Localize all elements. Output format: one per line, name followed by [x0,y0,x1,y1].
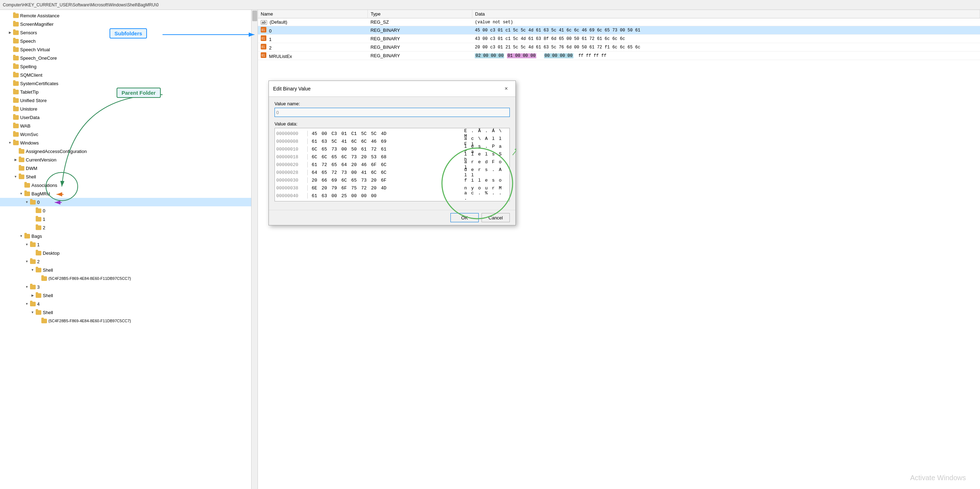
main-container: Subfolders Parent Folder [0,10,980,489]
folder-icon [13,64,19,69]
dialog-buttons: OK Cancel [269,210,515,225]
tree-item[interactable]: WcmSvc [0,130,258,139]
tree-item[interactable]: ▶ Shell [0,291,258,299]
table-row[interactable]: ab (Default) REG_SZ (value not set) [258,18,980,26]
tree-item[interactable]: ▼ Shell [0,308,258,317]
table-row[interactable]: 01 0 REG_BINARY 45 00 c3 01 c1 5c 5c 4d … [258,26,980,35]
tree-item[interactable]: Remote Assistance [0,11,258,20]
ok-button[interactable]: OK [450,213,479,222]
reg-table: Name Type Data ab (Default) REG_SZ (valu… [258,10,980,60]
tree-item-bagmru-0[interactable]: ▼ 0 [0,198,258,206]
folder-icon [13,140,19,146]
dialog-body: Value name: Value data: 00000000 45 00 C… [269,97,515,210]
svg-text:01: 01 [261,54,265,57]
cancel-button[interactable]: Cancel [482,213,510,222]
tree-item[interactable]: ▼ 2 [0,257,258,266]
folder-icon [24,191,30,196]
tree-item[interactable]: 0 [0,206,258,215]
value-name-label: Value name: [275,101,510,106]
folder-icon [13,47,19,52]
ab-icon: ab [261,20,267,25]
tree-item[interactable]: ▼ 4 [0,299,258,308]
table-row[interactable]: 01 MRUListEx REG_BINARY 02 00 00 00 01 0… [258,52,980,60]
folder-icon [24,182,30,188]
tree-item[interactable]: ScreenMagnifier [0,20,258,28]
tree-item-shell[interactable]: ▼ Shell [0,172,258,181]
binary-icon: 01 [261,27,266,32]
tree-item[interactable]: {5C4F28B5-F869-4E84-8E60-F11DB97C5CC7} [0,317,258,325]
tree-item[interactable]: ▼ 3 [0,283,258,291]
tree-item[interactable]: DWM [0,164,258,172]
tree-item[interactable]: AssignedAccessConfiguration [0,147,258,156]
tree-item[interactable]: ▼ Shell [0,266,258,274]
dialog-overlay: Edit Binary Value × Value name: Value da… [258,10,980,489]
tree-item[interactable]: ▼ 1 [0,240,258,249]
parent-folder-annotation: Parent Folder [116,88,161,98]
activate-watermark: Activate Windows [910,474,966,482]
binary-icon: 01 [261,35,266,41]
subfolders-annotation: Subfolders [110,28,147,38]
tree-item[interactable]: ▶ CurrentVersion [0,156,258,164]
dialog-titlebar: Edit Binary Value × [269,81,515,97]
folder-icon [18,174,25,180]
col-data: Data [472,10,980,18]
tree-item[interactable]: Desktop [0,249,258,257]
folder-icon [13,89,19,95]
folder-icon [18,166,25,171]
table-row[interactable]: 01 1 REG_BINARY 43 00 c3 01 c1 5c 4d 61 … [258,35,980,43]
binary-icon: 01 [261,44,266,49]
tree-item[interactable]: WAB [0,121,258,130]
hex-row: 00000028 64 65 72 73 00 41 6C 6C [276,169,508,176]
tree-item[interactable]: 2 [0,223,258,232]
folder-icon [13,115,19,120]
expander[interactable] [7,13,13,18]
tree-item[interactable]: 1 [0,215,258,223]
folder-icon [30,259,36,264]
folder-icon [13,38,19,44]
folder-icon [30,284,36,290]
tree-item[interactable]: SystemCertificates [0,79,258,88]
hex-row: 00000040 61 63 00 25 00 00 00 [276,192,508,200]
folder-icon [18,148,25,154]
tree-content: Remote Assistance ScreenMagnifier ▶ Sens… [0,10,258,327]
address-path: Computer\HKEY_CURRENT_USER\Software\Micr… [3,2,159,7]
tree-item-bags[interactable]: ▼ Bags [0,232,258,240]
dialog-close-button[interactable]: × [501,84,511,94]
col-type: Type [368,10,473,18]
folder-icon [18,157,25,162]
table-row[interactable]: 01 2 REG_BINARY 20 00 c3 01 21 5c 5c 4d … [258,43,980,52]
folder-icon [35,250,42,256]
scrollbar-thumb[interactable] [252,11,257,21]
scrollbar-v[interactable] [251,10,258,489]
tree-item[interactable]: {5C4F28B5-F869-4E84-8E60-F11DB97C5CC7} [0,274,258,283]
value-name-input[interactable] [275,108,510,117]
tree-item-bagmru[interactable]: ▼ BagMRU [0,190,258,198]
folder-icon [35,225,42,230]
tree-item[interactable]: UserData [0,113,258,121]
tree-item[interactable]: Speech Virtual [0,45,258,54]
value-data-label: Value data: [275,121,510,126]
folder-icon [13,72,19,78]
tree-item[interactable]: Spelling [0,62,258,71]
tree-item[interactable]: Associations [0,181,258,190]
folder-icon [13,123,19,129]
reg-table-header: Name Type Data [258,10,980,18]
folder-icon [35,293,42,298]
svg-text:01: 01 [261,29,265,32]
folder-icon [13,13,19,18]
tree-item[interactable]: Unistore [0,105,258,113]
tree-scroll[interactable]: Remote Assistance ScreenMagnifier ▶ Sens… [0,10,258,489]
binary-icon: 01 [261,52,266,58]
tree-item[interactable]: SQMClient [0,71,258,79]
edit-binary-dialog[interactable]: Edit Binary Value × Value name: Value da… [269,81,516,225]
folder-icon [13,30,19,35]
tree-item[interactable]: Speech_OneCore [0,54,258,62]
hex-table-container[interactable]: 00000000 45 00 C3 01 C1 5C 5C 4D [275,128,510,201]
svg-text:01: 01 [261,46,265,49]
svg-text:01: 01 [261,37,265,40]
tree-item-windows[interactable]: ▼ Windows [0,139,258,147]
folder-icon [13,97,19,103]
folder-icon [35,216,42,222]
hex-row: 00000030 20 66 69 6C 65 73 20 6F [276,176,508,184]
svg-line-15 [512,146,516,155]
